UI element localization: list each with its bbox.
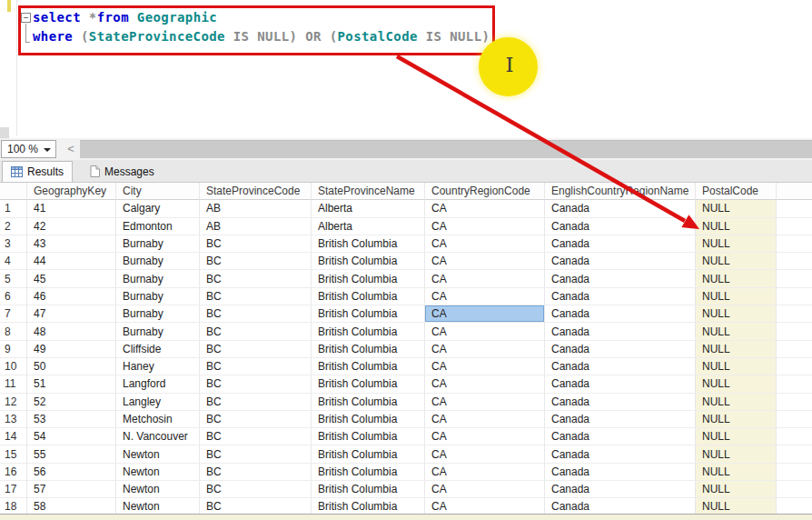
cell[interactable]: British Columbia [312, 305, 425, 323]
cell[interactable]: British Columbia [312, 394, 425, 411]
cell[interactable]: 52 [27, 394, 116, 411]
null-cell[interactable]: NULL [696, 323, 777, 340]
cell[interactable]: BC [200, 464, 312, 481]
cell[interactable]: AB [200, 218, 312, 235]
cell[interactable]: British Columbia [312, 411, 425, 428]
cell[interactable]: Canada [545, 411, 696, 428]
cell[interactable]: 48 [27, 323, 116, 340]
cell[interactable]: CA [425, 411, 545, 428]
null-cell[interactable]: NULL [696, 428, 777, 445]
cell[interactable]: 46 [27, 288, 116, 305]
cell[interactable]: BC [200, 411, 312, 428]
cell[interactable]: Burnaby [116, 270, 200, 287]
cell[interactable]: 43 [27, 235, 116, 253]
cell[interactable]: Burnaby [116, 323, 200, 340]
cell[interactable]: BC [200, 394, 312, 411]
cell[interactable]: Newton [116, 481, 200, 498]
null-cell[interactable]: NULL [696, 445, 777, 463]
column-header[interactable]: City [116, 183, 200, 200]
cell[interactable]: CA [425, 464, 545, 481]
row-number[interactable]: 5 [0, 270, 27, 287]
cell[interactable]: Burnaby [116, 305, 200, 323]
cell[interactable]: Canada [545, 464, 696, 481]
cell[interactable]: BC [200, 358, 312, 375]
cell[interactable]: CA [425, 218, 545, 235]
cell[interactable]: BC [200, 428, 312, 445]
cell[interactable]: Metchosin [116, 411, 200, 428]
cell[interactable]: British Columbia [312, 323, 425, 340]
cell[interactable]: Langford [116, 375, 200, 393]
cell[interactable]: British Columbia [312, 235, 425, 253]
cell[interactable]: BC [200, 341, 312, 358]
row-number[interactable]: 4 [0, 253, 27, 270]
tab-messages[interactable]: Messages [82, 161, 163, 182]
cell[interactable]: Newton [116, 464, 200, 481]
zoom-level-dropdown[interactable]: 100 % [1, 140, 56, 158]
cell[interactable]: BC [200, 323, 312, 340]
cell[interactable]: Canada [545, 235, 696, 253]
column-header[interactable]: PostalCode [696, 183, 777, 200]
cell[interactable]: British Columbia [312, 375, 425, 393]
null-cell[interactable]: NULL [696, 270, 777, 287]
cell[interactable]: CA [425, 498, 545, 515]
cell[interactable]: BC [200, 481, 312, 498]
row-number[interactable]: 3 [0, 235, 27, 253]
cell[interactable]: Haney [116, 358, 200, 375]
cell[interactable]: 45 [27, 270, 116, 287]
cell[interactable]: Alberta [312, 218, 425, 235]
cell[interactable]: CA [425, 341, 545, 358]
cell[interactable]: CA [425, 288, 545, 305]
null-cell[interactable]: NULL [696, 411, 777, 428]
cell[interactable]: Canada [545, 323, 696, 340]
cell[interactable]: BC [200, 270, 312, 287]
row-number[interactable]: 2 [0, 218, 27, 235]
cell[interactable]: Canada [545, 341, 696, 358]
cell[interactable]: British Columbia [312, 288, 425, 305]
cell[interactable]: Canada [545, 253, 696, 270]
cell[interactable]: 42 [27, 218, 116, 235]
cell[interactable]: 47 [27, 305, 116, 323]
cell[interactable]: Canada [545, 270, 696, 287]
cell[interactable]: Canada [545, 394, 696, 411]
cell[interactable]: CA [425, 481, 545, 498]
cell[interactable]: AB [200, 200, 312, 217]
cell[interactable]: Canada [545, 200, 696, 217]
cell[interactable]: Cliffside [116, 341, 200, 358]
cell[interactable]: 55 [27, 445, 116, 463]
cell[interactable]: BC [200, 253, 312, 270]
column-header[interactable]: StateProvinceName [312, 183, 425, 200]
horizontal-scrollbar[interactable] [80, 140, 812, 158]
column-header[interactable]: GeographyKey [27, 183, 116, 200]
cell[interactable]: CA [425, 323, 545, 340]
null-cell[interactable]: NULL [696, 305, 777, 323]
cell[interactable]: Edmonton [116, 218, 200, 235]
select-all-corner[interactable] [0, 183, 27, 200]
null-cell[interactable]: NULL [696, 341, 777, 358]
cell[interactable]: 54 [27, 428, 116, 445]
cell[interactable]: Calgary [116, 200, 200, 217]
cell[interactable]: CA [425, 428, 545, 445]
cell[interactable]: CA [425, 305, 545, 323]
row-number[interactable]: 11 [0, 375, 27, 393]
row-number[interactable]: 9 [0, 341, 27, 358]
row-number[interactable]: 15 [0, 445, 27, 463]
null-cell[interactable]: NULL [696, 394, 777, 411]
column-header[interactable]: CountryRegionCode [425, 183, 545, 200]
row-number[interactable]: 16 [0, 464, 27, 481]
cell[interactable]: CA [425, 375, 545, 393]
cell[interactable]: BC [200, 445, 312, 463]
cell[interactable]: 51 [27, 375, 116, 393]
cell[interactable]: N. Vancouver [116, 428, 200, 445]
cell[interactable]: CA [425, 235, 545, 253]
null-cell[interactable]: NULL [696, 235, 777, 253]
row-number[interactable]: 12 [0, 394, 27, 411]
cell[interactable]: 56 [27, 464, 116, 481]
null-cell[interactable]: NULL [696, 288, 777, 305]
cell[interactable]: BC [200, 375, 312, 393]
cell[interactable]: 57 [27, 481, 116, 498]
cell[interactable]: CA [425, 394, 545, 411]
scroll-left-arrow-icon[interactable]: < [64, 141, 78, 157]
cell[interactable]: CA [425, 253, 545, 270]
cell[interactable]: BC [200, 498, 312, 515]
cell[interactable]: Canada [545, 481, 696, 498]
